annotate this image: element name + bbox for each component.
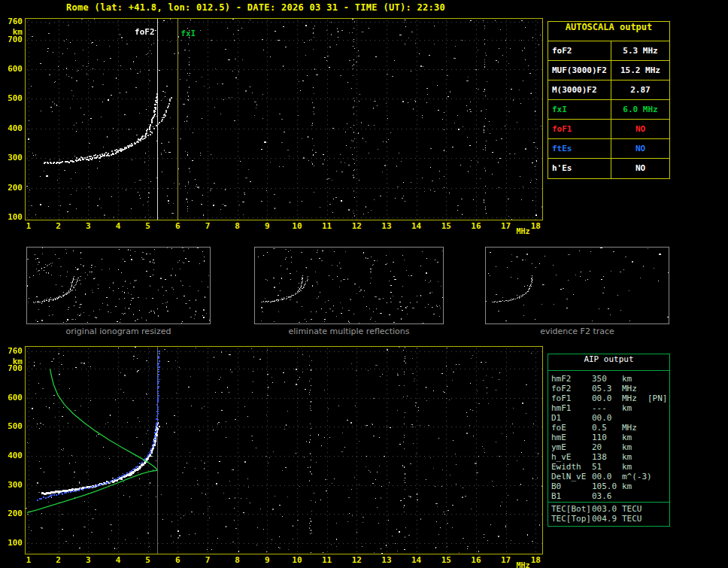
thumbnail-caption-eliminate: eliminate multiple reflections — [254, 327, 444, 336]
thumbnail-evidence-f2-trace — [485, 247, 669, 324]
x-tick-label: 2 — [51, 222, 66, 231]
aip-param-name: foE — [548, 423, 592, 433]
aip-param-name: ymE — [548, 442, 592, 452]
aip-param-value: 51 — [592, 462, 622, 472]
aip-param-note — [648, 462, 669, 472]
top-ionogram-plot: 760700600500400300200100km12345678910111… — [25, 18, 543, 220]
thumbnail-caption-evidence: evidence F2 trace — [485, 327, 669, 336]
y-tick-label: 300 — [2, 481, 23, 490]
aip-param-note — [648, 374, 669, 384]
aip-param-name: B0 — [548, 481, 592, 491]
x-tick-label: 12 — [349, 556, 364, 565]
aip-param-note — [648, 423, 669, 433]
aip-param-value: 003.0 — [592, 504, 622, 514]
x-tick-label: 13 — [379, 556, 394, 565]
y-tick-label: 200 — [2, 509, 23, 518]
x-tick-label: 8 — [230, 556, 245, 565]
x-tick-label: 9 — [259, 556, 275, 565]
parameter-label: foF1 — [548, 120, 611, 138]
aip-param-unit: km — [622, 374, 648, 384]
x-tick-label: 16 — [469, 222, 484, 231]
aip-param-value: --- — [592, 403, 622, 413]
aip-header: AIP output — [548, 354, 669, 371]
aip-param-unit: km — [622, 433, 648, 442]
autoscala-row-fxI: fxI6.0 MHz — [548, 100, 669, 120]
x-tick-label: 13 — [379, 222, 394, 231]
aip-param-name: TEC[Top] — [548, 514, 592, 524]
parameter-value: NO — [611, 120, 669, 138]
fof2-marker-label: foF2 — [135, 28, 155, 37]
page-title: Rome (lat: +41.8, lon: 012.5) - DATE: 20… — [66, 2, 445, 13]
x-tick-label: 1 — [21, 222, 36, 231]
aip-row-Ewidth: Ewidth51km — [548, 462, 669, 472]
aip-param-note — [648, 452, 669, 462]
autoscala-row-MUF(3000)F2: MUF(3000)F215.2 MHz — [548, 61, 669, 80]
x-tick-label: 9 — [259, 222, 275, 231]
aip-param-unit: TECU — [622, 504, 648, 514]
autoscala-row-foF2: foF25.3 MHz — [548, 41, 669, 61]
aip-param-unit: km — [622, 452, 648, 462]
y-tick-label: 200 — [2, 184, 23, 193]
top-ionogram-plot-canvas — [26, 19, 542, 220]
aip-param-name: TEC[Bot] — [548, 504, 592, 514]
x-tick-label: 6 — [170, 556, 185, 565]
aip-param-unit: km — [622, 442, 648, 452]
aip-param-name: B1 — [548, 491, 592, 501]
bottom-profile-plot: 760700600500400300200100km12345678910111… — [25, 346, 543, 554]
aip-param-value: 20 — [592, 442, 622, 452]
thumbnail-evidence-f2-trace-canvas — [486, 248, 669, 323]
x-tick-label: 17 — [499, 222, 514, 231]
x-tick-label: 6 — [170, 222, 185, 231]
thumbnail-caption-original: original ionogram resized — [26, 327, 211, 336]
parameter-value: NO — [611, 139, 669, 158]
aip-row-ymE: ymE20km — [548, 442, 669, 452]
aip-param-value: 350 — [592, 374, 622, 384]
x-tick-label: 4 — [111, 556, 126, 565]
fxi-marker-label: fxI — [180, 29, 196, 38]
x-tick-label: 3 — [80, 556, 96, 565]
y-tick-label: 500 — [2, 94, 23, 103]
aip-param-value: 110 — [592, 433, 622, 442]
y-tick-label: 100 — [2, 539, 23, 548]
aip-param-note — [648, 491, 669, 501]
parameter-label: M(3000)F2 — [548, 80, 611, 99]
y-tick-label: 600 — [2, 65, 23, 74]
parameter-value: 5.3 MHz — [611, 41, 669, 60]
aip-param-note — [648, 472, 669, 481]
aip-param-value: 00.0 — [592, 472, 622, 481]
x-tick-label: 5 — [141, 222, 156, 231]
autoscala-rows: foF25.3 MHzMUF(3000)F215.2 MHzM(3000)F22… — [548, 41, 669, 178]
parameter-label: fxI — [548, 100, 611, 119]
parameter-label: MUF(3000)F2 — [548, 61, 611, 80]
x-tick-label: 7 — [200, 222, 215, 231]
x-tick-label: 11 — [320, 556, 335, 565]
thumbnail-original-ionogram-canvas — [27, 248, 210, 323]
y-tick-label: 300 — [2, 153, 23, 163]
y-axis-unit: km — [2, 357, 23, 366]
y-axis-unit: km — [2, 28, 23, 37]
aip-param-note — [648, 433, 669, 442]
x-tick-label: 4 — [111, 222, 126, 231]
aip-param-note — [648, 481, 669, 491]
aip-param-name: foF1 — [548, 393, 592, 403]
aip-param-value: 004.9 — [592, 514, 622, 524]
parameter-value: 2.87 — [611, 80, 669, 99]
aip-row-B1: B103.6 — [548, 491, 669, 501]
parameter-value: NO — [611, 159, 669, 178]
aip-param-unit: km — [622, 403, 648, 413]
aip-row-TEC[Bot]: TEC[Bot]003.0TECU — [548, 504, 669, 514]
y-tick-label: 600 — [2, 393, 23, 402]
aip-row-foF1: foF100.0MHz[PN] — [548, 393, 669, 403]
x-tick-label: 10 — [290, 556, 305, 565]
aip-param-note — [648, 413, 669, 423]
aip-row-h_vE: h_vE138km — [548, 452, 669, 462]
aip-param-unit: MHz — [622, 384, 648, 393]
x-tick-label: 11 — [320, 222, 335, 231]
y-tick-label: 100 — [2, 213, 23, 222]
y-tick-label: 760 — [2, 17, 23, 26]
aip-row-B0: B0105.0km — [548, 481, 669, 491]
x-tick-label: 14 — [409, 222, 424, 231]
aip-param-note — [648, 384, 669, 393]
parameter-value: 6.0 MHz — [611, 100, 669, 119]
parameter-value: 15.2 MHz — [611, 61, 669, 80]
